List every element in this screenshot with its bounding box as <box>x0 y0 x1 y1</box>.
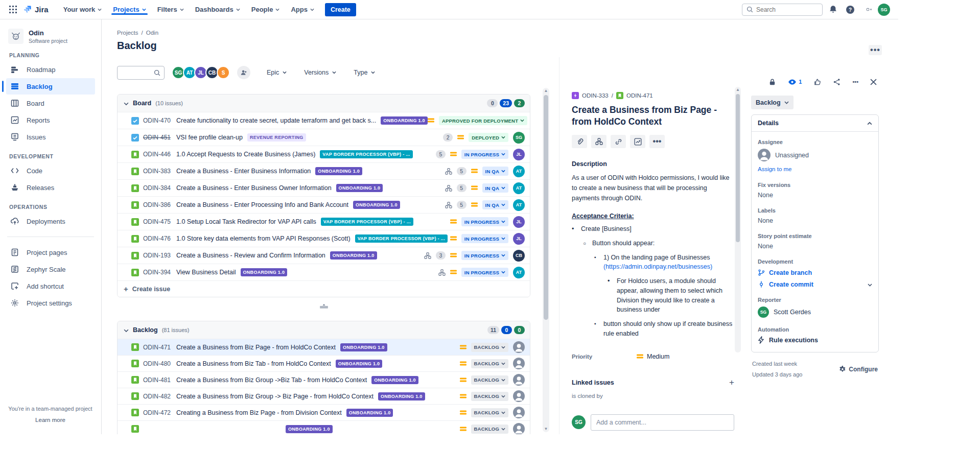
app-switcher-icon[interactable] <box>6 3 19 16</box>
status-dropdown[interactable]: IN PROGRESS <box>461 251 508 260</box>
member-avatar[interactable]: S <box>217 66 230 79</box>
sidebar-item-add-shortcut[interactable]: Add shortcut <box>6 278 95 294</box>
project-header[interactable]: Odin Software project <box>6 29 95 44</box>
add-linked-issue-icon[interactable]: + <box>729 378 734 388</box>
link-issue-icon[interactable] <box>611 135 626 148</box>
issue-row[interactable]: ODIN-472 Creating a Business from Biz Pa… <box>118 404 530 420</box>
section-header[interactable]: Backlog (81 issues) 1100 <box>118 321 530 339</box>
story-point-value[interactable]: None <box>758 243 872 250</box>
status-dropdown[interactable]: IN PROGRESS <box>461 217 508 226</box>
issue-row[interactable]: ODIN-394 View Business Detail ONBOARDING… <box>118 264 530 280</box>
unassigned-avatar[interactable] <box>513 374 525 386</box>
section-resize-handle[interactable] <box>117 304 530 310</box>
assignee-avatar[interactable]: CB <box>513 250 525 262</box>
watch-icon[interactable]: 1 <box>788 79 802 85</box>
labels-value[interactable]: None <box>758 217 872 224</box>
issue-row[interactable]: ODIN-471 Create a Business from Biz Page… <box>118 339 530 355</box>
status-dropdown[interactable]: BACKLOG <box>471 343 508 352</box>
unassigned-avatar[interactable] <box>513 341 525 353</box>
parent-issue-key[interactable]: ODIN-333 <box>582 92 609 99</box>
sidebar-item-project-pages[interactable]: Project pages <box>6 244 95 261</box>
main-scrollbar[interactable]: ▲ ▼ <box>543 88 549 432</box>
share-icon[interactable] <box>833 78 841 86</box>
settings-gear-icon[interactable] <box>860 3 875 17</box>
issue-row[interactable]: ODIN-384 Create a Business - Enter Busin… <box>118 179 530 196</box>
epic-badge[interactable]: VAP BORDER PROCESSOR (VBP) - ... <box>321 218 413 226</box>
assignee-avatar[interactable]: AT <box>513 182 525 194</box>
status-dropdown[interactable]: DEPLOYED <box>469 133 508 142</box>
breadcrumb-projects[interactable]: Projects <box>117 30 138 36</box>
nav-item-your-work[interactable]: Your work <box>59 0 107 19</box>
epic-badge[interactable]: VAP BORDER PROCESSOR (VBP) - ... <box>355 234 448 243</box>
notifications-bell-icon[interactable] <box>826 3 840 17</box>
issue-row[interactable]: ODIN-480 Create a Business from Biz Tab … <box>118 355 530 371</box>
sidebar-item-deployments[interactable]: Deployments <box>6 213 95 229</box>
create-branch-link[interactable]: Create branch <box>758 269 872 276</box>
status-dropdown[interactable]: IN QA <box>482 167 508 176</box>
create-button[interactable]: Create <box>325 3 356 16</box>
create-commit-link[interactable]: Create commit <box>758 280 872 288</box>
filter-type[interactable]: Type <box>354 69 375 76</box>
status-dropdown[interactable]: IN PROGRESS <box>461 268 508 277</box>
epic-badge[interactable]: ONBOARDING 1.0 <box>371 376 418 384</box>
status-dropdown[interactable]: BACKLOG <box>471 425 508 434</box>
epic-badge[interactable]: ONBOARDING 1.0 <box>336 184 383 192</box>
collapse-chevron-icon[interactable] <box>124 99 129 108</box>
assignee-avatar[interactable]: AT <box>513 166 525 177</box>
issue-row[interactable]: ONBOARDING 1.0 BACKLOG <box>118 420 530 434</box>
priority-value[interactable]: Medium <box>647 353 669 360</box>
collapse-chevron-icon[interactable] <box>124 325 129 335</box>
epic-badge[interactable]: ONBOARDING 1.0 <box>315 167 362 175</box>
user-avatar[interactable]: SG <box>878 4 890 16</box>
sidebar-item-issues[interactable]: Issues <box>6 129 95 145</box>
issue-row[interactable]: ODIN-193 Create a Business - Review and … <box>118 247 530 264</box>
sidebar-item-code[interactable]: Code <box>6 162 95 179</box>
epic-badge[interactable]: ONBOARDING 1.0 <box>346 409 393 417</box>
epic-badge[interactable]: ONBOARDING 1.0 <box>241 268 288 276</box>
nav-item-filters[interactable]: Filters <box>153 0 189 19</box>
lock-icon[interactable] <box>768 78 776 86</box>
assignee-avatar[interactable]: SG <box>513 132 525 144</box>
assignee-avatar[interactable]: AT <box>513 267 525 278</box>
nav-item-dashboards[interactable]: Dashboards <box>191 0 245 19</box>
comment-input[interactable] <box>591 414 734 431</box>
sidebar-item-project-settings[interactable]: Project settings <box>6 295 95 311</box>
sidebar-item-reports[interactable]: Reports <box>6 112 95 128</box>
issue-row[interactable]: ODIN-482 Create a Business from Biz Grou… <box>118 388 530 404</box>
epic-badge[interactable]: VAP BORDER PROCESSOR (VBP) - ... <box>320 150 412 158</box>
epic-badge[interactable]: ONBOARDING 1.0 <box>286 425 333 433</box>
sidebar-item-roadmap[interactable]: Roadmap <box>6 61 95 78</box>
sidebar-item-releases[interactable]: Releases <box>6 179 95 196</box>
status-dropdown[interactable]: BACKLOG <box>471 375 508 385</box>
detail-scrollbar[interactable]: ▲ <box>735 87 741 352</box>
learn-more-link[interactable]: Learn more <box>35 417 65 423</box>
rule-executions-link[interactable]: Rule executions <box>758 336 872 344</box>
epic-badge[interactable]: REVENUE REPORTING <box>247 133 306 142</box>
status-dropdown[interactable]: BACKLOG <box>471 392 508 401</box>
issue-row[interactable]: ODIN-386 Create a Business - Enter Proce… <box>118 196 530 213</box>
assign-to-me-link[interactable]: Assign to me <box>758 166 791 172</box>
section-header[interactable]: Board (10 issues) 0232 <box>118 95 530 112</box>
businesses-link[interactable]: (https://admin.odinpay.net/businesses) <box>603 263 712 270</box>
assignee-avatar[interactable]: JL <box>513 216 525 228</box>
page-more-icon[interactable]: ••• <box>869 45 882 55</box>
more-actions-icon[interactable]: ••• <box>852 79 858 85</box>
epic-badge[interactable]: ONBOARDING 1.0 <box>336 360 383 368</box>
filter-epic[interactable]: Epic <box>267 69 287 76</box>
issue-title[interactable]: Create a Business from Biz Page - from H… <box>572 104 734 128</box>
assignee-avatar[interactable]: AT <box>513 199 525 211</box>
create-issue-button[interactable]: +Create issue <box>118 280 530 297</box>
status-dropdown[interactable]: IN PROGRESS <box>461 150 508 159</box>
issue-row[interactable]: ODIN-475 1.0 Setup Local Task Redirector… <box>118 213 530 230</box>
epic-badge[interactable]: ONBOARDING 1.0 <box>378 392 425 401</box>
more-actions-icon[interactable]: ••• <box>649 135 665 148</box>
board-search-input[interactable] <box>117 66 165 80</box>
details-card-header[interactable]: Details <box>752 115 878 132</box>
assignee-avatar[interactable]: JL <box>513 233 525 245</box>
global-search-input[interactable] <box>756 6 812 13</box>
sidebar-item-backlog[interactable]: Backlog <box>6 78 95 95</box>
breadcrumb-odin[interactable]: Odin <box>146 30 158 36</box>
unassigned-avatar[interactable] <box>513 423 525 434</box>
assignee-avatar[interactable]: JL <box>513 149 525 160</box>
add-people-icon[interactable] <box>237 66 250 79</box>
